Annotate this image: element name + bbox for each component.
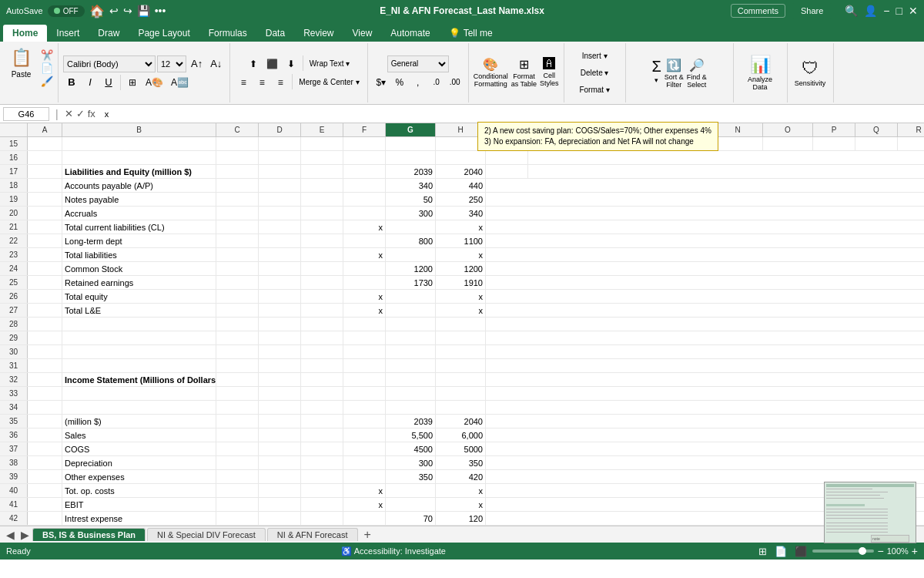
col-header-A[interactable]: A: [28, 123, 62, 136]
cell[interactable]: [301, 290, 343, 303]
align-left-btn[interactable]: ≡: [235, 74, 252, 91]
cell[interactable]: [28, 512, 62, 525]
cell-h21[interactable]: x: [436, 220, 486, 234]
cell[interactable]: [301, 484, 343, 497]
cell[interactable]: [343, 415, 386, 428]
cell-f26[interactable]: x: [343, 290, 386, 303]
cell-total-lae[interactable]: Total L&E: [62, 304, 216, 317]
col-header-D[interactable]: D: [259, 123, 301, 136]
cell-common-stock[interactable]: Common Stock: [62, 262, 216, 275]
sheet-tab-ni-special[interactable]: NI & Special DIV Forecast: [147, 528, 266, 541]
zoom-minus-btn[interactable]: −: [877, 545, 883, 557]
cell-depreciation[interactable]: Depreciation: [62, 456, 216, 469]
merge-center-btn[interactable]: Merge & Center ▾: [296, 74, 362, 91]
share-button[interactable]: Share: [792, 3, 832, 18]
cell[interactable]: [301, 276, 343, 289]
cell[interactable]: [259, 484, 301, 497]
cell[interactable]: [301, 442, 343, 455]
cell[interactable]: [28, 484, 62, 497]
cell-g23[interactable]: [386, 248, 436, 261]
cell[interactable]: [259, 512, 301, 525]
cell-h39[interactable]: 420: [436, 470, 486, 483]
cell[interactable]: [301, 428, 343, 442]
analyze-data-btn[interactable]: 📊 AnalyzeData: [748, 55, 772, 91]
cell-g38[interactable]: 300: [386, 456, 436, 469]
cell[interactable]: [216, 373, 259, 386]
cell[interactable]: [259, 151, 301, 164]
cell-h22[interactable]: 1100: [436, 234, 486, 247]
cell[interactable]: [301, 415, 343, 428]
cell-h35[interactable]: 2040: [436, 415, 486, 428]
cell[interactable]: [259, 428, 301, 442]
cell[interactable]: [343, 207, 386, 220]
quick-access-home[interactable]: 🏠: [89, 4, 105, 18]
cell-reference-input[interactable]: [3, 107, 49, 121]
maximize-icon[interactable]: □: [896, 5, 902, 17]
cell[interactable]: [28, 193, 62, 206]
col-header-B[interactable]: B: [62, 123, 216, 136]
cell[interactable]: [343, 470, 386, 483]
cell[interactable]: [216, 304, 259, 317]
cell-h19[interactable]: 250: [436, 193, 486, 206]
cell[interactable]: [259, 456, 301, 469]
border-btn[interactable]: ⊞: [124, 74, 141, 91]
formula-input[interactable]: [102, 109, 921, 119]
cell[interactable]: [343, 151, 386, 164]
cell[interactable]: [259, 248, 301, 261]
confirm-formula-icon[interactable]: ✓: [76, 108, 85, 119]
bold-btn[interactable]: B: [63, 74, 80, 91]
cell[interactable]: [216, 484, 259, 497]
cell[interactable]: [216, 276, 259, 289]
col-header-G[interactable]: G: [386, 123, 436, 136]
cell[interactable]: [28, 220, 62, 234]
cell-h25[interactable]: 1910: [436, 276, 486, 289]
cell-h41[interactable]: x: [436, 498, 486, 511]
insert-function-icon[interactable]: fx: [88, 108, 95, 119]
cell[interactable]: [301, 151, 343, 164]
cell-h17[interactable]: 2040: [436, 165, 486, 178]
cell[interactable]: [259, 165, 301, 178]
increase-decimal-btn[interactable]: .0: [428, 74, 445, 91]
cell[interactable]: [62, 137, 216, 150]
cell-accounts-payable[interactable]: Accounts payable (A/P): [62, 179, 216, 192]
cell[interactable]: [386, 151, 436, 164]
cell-h27[interactable]: x: [436, 304, 486, 317]
cell[interactable]: [259, 220, 301, 234]
cell-total-cl[interactable]: Total current liabilities (CL): [62, 220, 216, 234]
cell[interactable]: [28, 442, 62, 455]
cell[interactable]: [216, 512, 259, 525]
col-header-R[interactable]: R: [898, 123, 924, 136]
tab-insert[interactable]: Insert: [47, 25, 89, 42]
cell[interactable]: [28, 151, 62, 164]
tab-review[interactable]: Review: [294, 25, 343, 42]
cut-icon[interactable]: ✂️: [41, 49, 53, 61]
cell-million-dollar[interactable]: (million $): [62, 415, 216, 428]
cell-h20[interactable]: 340: [436, 207, 486, 220]
cell[interactable]: [343, 193, 386, 206]
cell-g35[interactable]: 2039: [386, 415, 436, 428]
fill-color-btn[interactable]: A🎨: [142, 74, 166, 91]
col-header-N[interactable]: N: [713, 123, 763, 136]
decrease-font-btn[interactable]: A↓: [207, 55, 225, 72]
cell[interactable]: [216, 234, 259, 247]
align-middle-btn[interactable]: ⬛: [263, 55, 281, 72]
sensitivity-btn[interactable]: 🛡 Sensitivity: [795, 59, 826, 87]
cell-h23[interactable]: x: [436, 248, 486, 261]
cell[interactable]: [216, 456, 259, 469]
user-icon[interactable]: 👤: [864, 5, 877, 17]
cell[interactable]: [301, 220, 343, 234]
cell[interactable]: [763, 137, 813, 150]
normal-view-btn[interactable]: ⊞: [756, 546, 769, 557]
col-header-Q[interactable]: Q: [855, 123, 898, 136]
comma-btn[interactable]: ,: [410, 74, 427, 91]
cell[interactable]: [28, 179, 62, 192]
conditional-format-btn[interactable]: 🎨 ConditionalFormatting: [474, 57, 508, 88]
cell[interactable]: [343, 276, 386, 289]
cell[interactable]: [28, 428, 62, 442]
more-commands-icon[interactable]: •••: [155, 5, 166, 17]
cell[interactable]: [343, 428, 386, 442]
cell-g17[interactable]: 2039: [386, 165, 436, 178]
cell-f41[interactable]: x: [343, 498, 386, 511]
cell-f27[interactable]: x: [343, 304, 386, 317]
cell[interactable]: [28, 234, 62, 247]
